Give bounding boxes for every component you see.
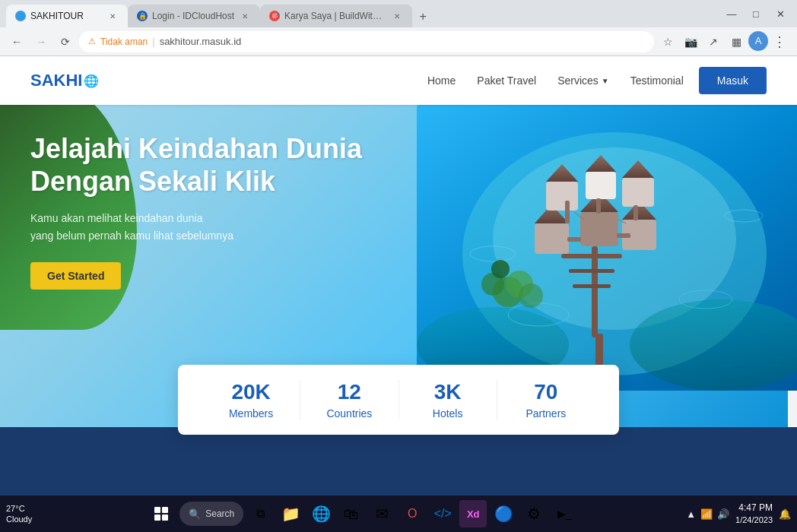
navbar: SAKHI🌐 Home Paket Travel Services ▼ Test… (0, 56, 797, 105)
nav-testimonial[interactable]: Testimonial (630, 74, 684, 87)
share-icon[interactable]: ↗ (703, 31, 724, 52)
svg-rect-19 (565, 201, 570, 223)
stat-members-label: Members (214, 407, 287, 420)
back-button[interactable]: ← (6, 31, 27, 52)
xd-icon[interactable]: Xd (459, 500, 487, 527)
browser-chrome: 🌐 SAKHITOUR ✕ 🔒 Login - IDCloudHost ✕ 🎯 … (0, 0, 797, 56)
maximize-button[interactable]: □ (745, 3, 767, 24)
tab-title: SAKHITOUR (30, 11, 102, 21)
chrome-icon[interactable]: 🔵 (490, 500, 517, 527)
hero-subtitle-line1: Kamu akan melihat keindahan dunia (30, 212, 203, 224)
tab-favicon-3: 🎯 (269, 11, 280, 21)
website-content: SAKHI🌐 Home Paket Travel Services ▼ Test… (0, 56, 797, 496)
search-bar[interactable]: 🔍 Search (179, 502, 243, 526)
bookmark-icon[interactable]: ☆ (657, 31, 678, 52)
svg-rect-17 (546, 182, 578, 211)
svg-point-37 (519, 283, 543, 308)
tab-close-icon-3[interactable]: ✕ (391, 10, 403, 22)
svg-rect-5 (592, 246, 598, 337)
address-bar-row: ← → ⟳ ⚠ Tidak aman | sakhitour.masuk.id … (0, 27, 797, 56)
sidebar-icon[interactable]: ▦ (726, 31, 747, 52)
footer-bar (0, 427, 797, 496)
refresh-button[interactable]: ⟳ (55, 31, 76, 52)
tab-close-icon[interactable]: ✕ (106, 10, 119, 22)
start-button[interactable] (146, 499, 176, 529)
logo-text: SAKHI (30, 71, 82, 90)
hero-section: Jelajahi Keindahan Dunia Dengan Sekali K… (0, 56, 797, 496)
volume-icon[interactable]: 🔊 (717, 508, 729, 520)
tab-idcloudhost[interactable]: 🔒 Login - IDCloudHost ✕ (128, 5, 260, 27)
search-label: Search (205, 508, 234, 519)
svg-rect-8 (573, 284, 611, 288)
address-field[interactable]: ⚠ Tidak aman | sakhitour.masuk.id (79, 31, 654, 52)
taskview-icon[interactable]: ⧉ (246, 500, 274, 527)
notification-icon[interactable]: 🔔 (779, 508, 791, 520)
nav-home[interactable]: Home (427, 74, 456, 87)
resort-visual (417, 102, 797, 391)
address-text: sakhitour.masuk.id (160, 36, 242, 47)
tab-title-3: Karya Saya | BuildWith Angga (284, 11, 386, 21)
stat-countries-label: Countries (313, 407, 386, 420)
vscode-icon[interactable]: </> (429, 500, 456, 527)
nav-services-dropdown-icon: ▼ (602, 77, 609, 85)
clock-time: 4:47 PM (735, 502, 773, 515)
settings-icon[interactable]: ⚙ (520, 500, 548, 527)
stat-partners-label: Partners (510, 407, 583, 420)
tab-favicon-2: 🔒 (137, 11, 148, 21)
toolbar-icons: ☆ 📷 ↗ ▦ A ⋮ (657, 31, 791, 52)
get-started-button[interactable]: Get Started (30, 262, 121, 290)
svg-rect-23 (586, 172, 616, 199)
window-controls: — □ ✕ (721, 3, 791, 24)
tab-title-2: Login - IDCloudHost (152, 11, 234, 21)
svg-rect-9 (580, 212, 618, 246)
logo[interactable]: SAKHI🌐 (30, 71, 99, 90)
browser-pinned-icon[interactable]: 🌐 (307, 500, 335, 527)
hero-text: Jelajahi Keindahan Dunia Dengan Sekali K… (30, 132, 362, 290)
close-button[interactable]: ✕ (770, 3, 791, 24)
forward-button[interactable]: → (30, 31, 52, 52)
taskbar-right: ▲ 📶 🔊 4:47 PM 1/24/2023 🔔 (686, 502, 791, 526)
svg-rect-6 (561, 254, 622, 258)
clock-date: 1/24/2023 (735, 515, 773, 526)
title-bar: 🌐 SAKHITOUR ✕ 🔒 Login - IDCloudHost ✕ 🎯 … (0, 0, 797, 27)
stats-card: 20K Members 12 Countries 3K Hotels 70 Pa… (178, 365, 619, 435)
tab-buildwith[interactable]: 🎯 Karya Saya | BuildWith Angga ✕ (260, 5, 412, 27)
hero-subtitle: Kamu akan melihat keindahan dunia yang b… (30, 210, 274, 244)
file-explorer-icon[interactable]: 📁 (277, 500, 304, 527)
store-icon[interactable]: 🛍 (338, 500, 365, 527)
svg-rect-7 (569, 269, 614, 273)
network-icon[interactable]: 📶 (700, 508, 713, 520)
stat-partners: 70 Partners (497, 380, 595, 420)
up-arrow-tray-icon[interactable]: ▲ (686, 508, 696, 520)
nav-paket-travel[interactable]: Paket Travel (477, 74, 536, 87)
minimize-button[interactable]: — (721, 3, 742, 24)
mail-icon[interactable]: ✉ (368, 500, 395, 527)
hero-title: Jelajahi Keindahan Dunia Dengan Sekali K… (30, 132, 362, 198)
tab-sakhitour[interactable]: 🌐 SAKHITOUR ✕ (6, 5, 128, 27)
stat-partners-number: 70 (510, 380, 583, 404)
profile-button[interactable]: A (748, 31, 768, 51)
stat-hotels-number: 3K (411, 380, 484, 404)
screenshot-icon[interactable]: 📷 (680, 31, 701, 52)
svg-rect-25 (596, 198, 601, 214)
outlook-icon[interactable]: O (398, 500, 426, 527)
address-separator: | (152, 36, 154, 47)
taskbar-center: 🔍 Search ⧉ 📁 🌐 🛍 ✉ O </> Xd 🔵 ⚙ ▶_ (38, 499, 686, 529)
nav-links: Home Paket Travel Services ▼ Testimonial (427, 74, 684, 87)
terminal-icon[interactable]: ▶_ (551, 500, 578, 527)
new-tab-button[interactable]: + (412, 6, 433, 27)
stat-countries-number: 12 (313, 380, 386, 404)
tab-favicon: 🌐 (15, 11, 26, 21)
clock-display[interactable]: 4:47 PM 1/24/2023 (735, 502, 773, 526)
menu-button[interactable]: ⋮ (770, 31, 791, 52)
stat-members-number: 20K (214, 380, 287, 404)
hero-title-line2: Dengan Sekali Klik (30, 166, 275, 197)
svg-rect-22 (633, 205, 638, 220)
svg-rect-20 (622, 178, 654, 207)
logo-globe-icon: 🌐 (84, 74, 99, 88)
tray-icons: ▲ 📶 🔊 (686, 508, 729, 520)
tab-bar: 🌐 SAKHITOUR ✕ 🔒 Login - IDCloudHost ✕ 🎯 … (6, 0, 715, 27)
nav-services[interactable]: Services ▼ (557, 74, 609, 87)
tab-close-icon-2[interactable]: ✕ (239, 10, 251, 22)
masuk-button[interactable]: Masuk (699, 67, 767, 94)
